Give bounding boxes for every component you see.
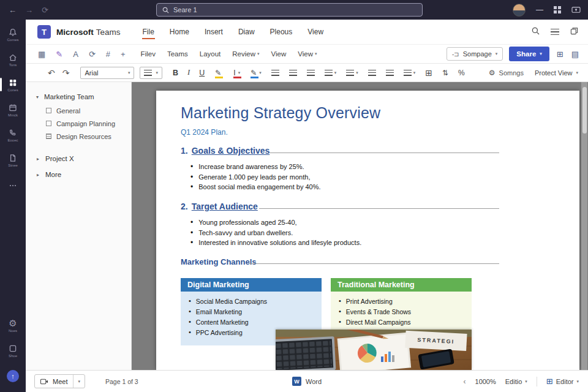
- user-avatar[interactable]: [513, 4, 526, 17]
- bullet-list-button[interactable]: [271, 70, 279, 76]
- list-options-button[interactable]: [325, 70, 333, 76]
- apps-grid-icon[interactable]: [554, 6, 561, 13]
- highlight-color-button[interactable]: ✎: [215, 69, 221, 77]
- sidebar-item-more[interactable]: [0, 173, 26, 198]
- team-project-x[interactable]: ▸ Project X: [26, 143, 131, 162]
- insert-table-button[interactable]: ⊞: [425, 68, 432, 78]
- clipboard-icon[interactable]: ▤: [571, 50, 579, 59]
- calendar-icon: [8, 103, 18, 113]
- tab-teams[interactable]: Teams: [167, 50, 188, 58]
- heading-rule: [249, 263, 499, 264]
- chevron-down-icon: ▾: [36, 94, 39, 100]
- settings-button[interactable]: ⚙ Somngs: [489, 69, 524, 77]
- menu-file[interactable]: File: [142, 24, 155, 40]
- percent-button[interactable]: %: [458, 69, 465, 77]
- search-input[interactable]: Seare 1: [156, 3, 423, 17]
- italic-button[interactable]: I: [187, 68, 190, 77]
- line-spacing-button[interactable]: [404, 70, 412, 76]
- sidebar-item-settings[interactable]: ⚙ Noes: [0, 313, 26, 338]
- title-bar: ← → ⟳ Seare 1 —: [0, 0, 588, 20]
- bold-button[interactable]: B: [173, 69, 178, 77]
- redo-icon[interactable]: ↷: [62, 68, 70, 78]
- tab-view[interactable]: View: [271, 50, 287, 58]
- more-dots-icon: [8, 181, 18, 190]
- editor-button[interactable]: ⊞ Editor ▾: [546, 377, 579, 386]
- sidebar-item-home[interactable]: Tons: [0, 47, 26, 72]
- meet-button[interactable]: Meet ▾: [34, 374, 85, 388]
- header-search-icon[interactable]: [532, 26, 540, 37]
- team-more[interactable]: ▸ More: [26, 162, 131, 178]
- font-family-select[interactable]: Arial▾: [80, 67, 134, 79]
- teams-logo-icon: T: [37, 25, 51, 39]
- protect-view-select[interactable]: Protect View ▾: [535, 69, 578, 77]
- scrollbar-thumb[interactable]: [582, 87, 587, 134]
- editing-mode-select[interactable]: Editio ▾: [505, 378, 527, 385]
- vertical-scrollbar[interactable]: [581, 82, 587, 370]
- camera-icon: [40, 379, 48, 385]
- page-mode-select[interactable]: -⊐ Sompage ▾: [447, 47, 503, 61]
- share-screen-icon[interactable]: [571, 6, 581, 14]
- align-right-button[interactable]: [386, 70, 394, 76]
- justify-button[interactable]: [368, 70, 376, 76]
- add-icon[interactable]: +: [121, 50, 126, 59]
- menu-home[interactable]: Home: [169, 24, 190, 40]
- list-style-select[interactable]: ▾: [140, 67, 162, 79]
- marketing-photo: STRATEGI: [276, 330, 472, 370]
- list-item: •Young professionals aged 25-40,: [190, 217, 361, 228]
- tab-layout[interactable]: Layout: [200, 50, 221, 58]
- chevron-left-icon[interactable]: ‹: [464, 377, 466, 386]
- chevron-right-icon: ▸: [37, 172, 39, 178]
- forward-arrow-icon[interactable]: →: [25, 6, 33, 15]
- shading-color-button[interactable]: ✎: [251, 69, 257, 77]
- align-left-button[interactable]: [346, 70, 354, 76]
- home-icon: [8, 53, 18, 62]
- word-icon: W: [292, 377, 301, 386]
- history-icon[interactable]: ⟳: [89, 50, 96, 59]
- copy-window-icon[interactable]: [570, 26, 578, 37]
- zoom-level[interactable]: 1000%: [475, 378, 496, 385]
- multilevel-list-button[interactable]: [307, 70, 315, 76]
- underline-button[interactable]: U: [199, 69, 205, 77]
- tab-file[interactable]: Filev: [141, 50, 156, 58]
- sidebar-item-calls[interactable]: Eooec: [0, 123, 26, 148]
- paintbrush-icon[interactable]: ✎: [56, 50, 62, 59]
- active-app-indicator: W Word: [292, 377, 322, 386]
- tab-review[interactable]: Review▾: [232, 50, 259, 58]
- tab-view-2[interactable]: View▾: [298, 50, 317, 58]
- formatting-toolbar: ↶ ↷ Arial▾ ▾ B I U ✎ I ▾ ✎ ▾ ▾ ▾: [26, 64, 588, 82]
- menu-draw[interactable]: Diaw: [238, 24, 255, 40]
- sidebar-item-activity[interactable]: Comes: [0, 22, 26, 47]
- teams-window: ← → ⟳ Seare 1 —: [0, 0, 588, 392]
- document-page[interactable]: Marketing Strategy Overview Q1 2024 Plan…: [156, 91, 579, 370]
- menu-insert[interactable]: Insert: [204, 24, 224, 40]
- channel-design-resources[interactable]: Design Resources: [26, 130, 131, 143]
- meet-dropdown[interactable]: ▾: [73, 375, 85, 388]
- sidebar-item-profile[interactable]: ↑: [0, 363, 26, 388]
- font-color-button[interactable]: I: [233, 69, 235, 77]
- channel-general[interactable]: General: [26, 104, 131, 117]
- menu-previous[interactable]: Pleous: [270, 24, 293, 40]
- layout-grid-icon[interactable]: ⊞: [557, 50, 564, 59]
- text-tool-icon[interactable]: A: [73, 50, 78, 59]
- sidebar-item-calendar[interactable]: Mmck: [0, 97, 26, 123]
- list-item: •Generate 1.000 pey leads per month,: [190, 172, 321, 183]
- chevron-down-icon: ▾: [413, 70, 416, 75]
- hamburger-menu-icon[interactable]: [551, 29, 559, 35]
- menu-view[interactable]: View: [307, 24, 324, 40]
- share-button[interactable]: Share ▾: [509, 47, 549, 61]
- sidebar-item-teams[interactable]: Cones: [0, 72, 26, 97]
- undo-icon[interactable]: ↶: [48, 68, 55, 78]
- grid-icon[interactable]: #: [106, 50, 110, 59]
- sidebar-item-apps[interactable]: Shoe: [0, 338, 26, 363]
- minimize-icon[interactable]: —: [536, 6, 543, 14]
- window-icon[interactable]: ▦: [38, 50, 45, 59]
- bell-icon: [8, 28, 18, 37]
- channel-campaign-planning[interactable]: Campaign Planning: [26, 117, 131, 130]
- chevron-down-icon: ▾: [238, 70, 241, 75]
- sort-button[interactable]: ⇅: [442, 69, 448, 77]
- refresh-icon[interactable]: ⟳: [42, 6, 48, 15]
- team-header[interactable]: ▾ Marketing Team: [26, 82, 131, 104]
- sidebar-item-files[interactable]: Stnee: [0, 148, 26, 173]
- back-arrow-icon[interactable]: ←: [9, 6, 17, 15]
- numbered-list-button[interactable]: [289, 70, 297, 76]
